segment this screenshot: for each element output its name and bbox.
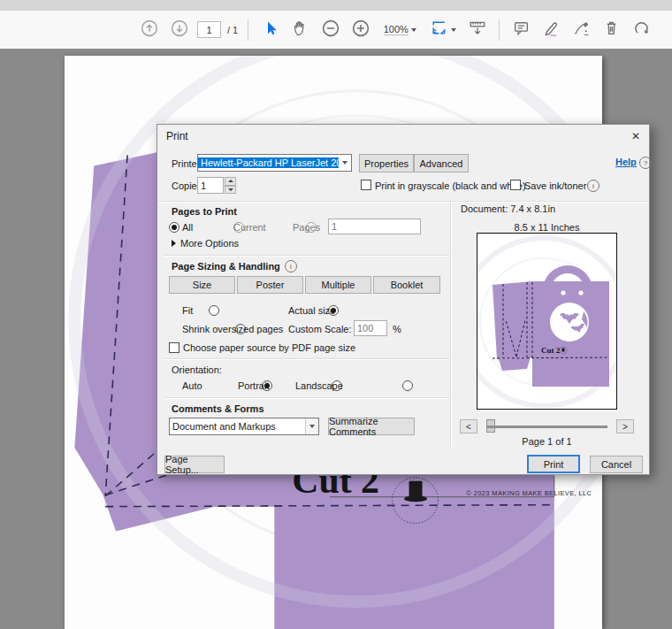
print-dialog: Print ✕ Printer: Hewlett-Packard HP Lase… [157, 124, 650, 475]
next-arrow-label: > [622, 422, 628, 432]
actual-size-label: Actual size [288, 305, 335, 316]
save-ink-label: Save ink/toner [524, 180, 586, 191]
toolbar-divider [499, 19, 500, 41]
next-page-button[interactable] [167, 17, 191, 43]
preview-artwork: Cut 2 [477, 234, 615, 408]
booklet-button[interactable]: Booklet [373, 276, 440, 294]
properties-button[interactable]: Properties [359, 154, 414, 173]
paper-source-checkbox[interactable] [169, 342, 179, 353]
cancel-button[interactable]: Cancel [590, 456, 643, 473]
printer-select[interactable]: Hewlett-Packard HP LaserJet 200 colorMFP… [197, 154, 352, 172]
page-fit-dropdown[interactable] [427, 17, 459, 43]
comments-forms-heading: Comments & Forms [172, 403, 264, 414]
highlighter-pen-icon [542, 19, 561, 41]
chevron-down-icon [339, 155, 351, 171]
orientation-auto-label: Auto [182, 380, 202, 391]
info-icon[interactable]: i [285, 260, 297, 272]
minus-circle-icon [321, 19, 340, 42]
document-copyright: © 2023 MAKING MAKE BELIEVE, LLC [466, 489, 592, 497]
pages-all-radio[interactable] [169, 222, 179, 233]
rotate-page-button[interactable] [630, 17, 653, 43]
zoom-level-dropdown[interactable]: 100% [378, 17, 421, 43]
pages-range-input[interactable]: 1 [328, 219, 421, 234]
paper-size-label: 8.5 x 11 Inches [477, 222, 617, 233]
save-ink-checkbox[interactable] [510, 180, 521, 190]
arrow-down-circle-icon [170, 19, 189, 42]
help-question-icon[interactable]: ? [639, 157, 652, 169]
preview-page-info: Page 1 of 1 [477, 436, 617, 447]
scroll-mode-button[interactable] [465, 17, 489, 43]
custom-scale-label: Custom Scale: [288, 324, 352, 334]
grayscale-label: Print in grayscale (black and white) [375, 180, 526, 191]
custom-scale-value: 100 [357, 323, 373, 334]
section-divider [164, 358, 449, 360]
pages-current-label: Current [233, 222, 266, 233]
copies-stepper[interactable] [225, 177, 236, 194]
trash-icon [602, 19, 621, 41]
stepper-down-icon[interactable] [225, 186, 236, 195]
chevron-down-icon [305, 418, 318, 434]
multiple-label: Multiple [322, 280, 355, 290]
pages-pages-label: Pages [293, 222, 320, 233]
document-size-label: Document: 7.4 x 8.1in [461, 203, 555, 214]
help-link[interactable]: Help [615, 157, 637, 167]
comment-bubble-icon [512, 19, 531, 41]
arrow-up-circle-icon [140, 19, 159, 42]
toolbar-divider [248, 19, 248, 41]
size-button[interactable]: Size [169, 276, 235, 294]
comments-forms-select[interactable]: Document and Markups [169, 418, 319, 435]
delete-page-button[interactable] [599, 17, 623, 43]
dialog-title: Print [166, 130, 188, 142]
pages-all-label: All [182, 222, 193, 233]
page-fit-icon [430, 19, 448, 41]
select-tool-button[interactable] [258, 17, 282, 43]
previous-page-button[interactable] [137, 17, 161, 43]
column-divider [450, 202, 452, 448]
stepper-up-icon[interactable] [225, 177, 236, 186]
close-icon[interactable]: ✕ [628, 128, 644, 144]
multiple-button[interactable]: Multiple [305, 276, 371, 294]
highlight-tool-button[interactable] [539, 17, 563, 43]
printer-value: Hewlett-Packard HP LaserJet 200 colorMFP… [198, 157, 339, 168]
comments-forms-value: Document and Markups [170, 421, 305, 432]
page-setup-button[interactable]: Page Setup... [164, 456, 225, 473]
page-sizing-heading: Page Sizing & Handling [172, 261, 280, 272]
preview-slider-track[interactable] [486, 426, 607, 428]
more-options-toggle[interactable]: More Options [172, 238, 239, 249]
info-icon[interactable]: i [587, 180, 599, 192]
copies-input[interactable]: 1 [197, 177, 224, 194]
sign-pen-icon [572, 19, 591, 41]
orientation-landscape-radio[interactable] [402, 380, 413, 391]
custom-scale-input[interactable]: 100 [354, 320, 387, 336]
summarize-comments-label: Summarize Comments [329, 416, 414, 437]
grayscale-checkbox[interactable] [361, 180, 371, 190]
acrobat-window: 1 / 1 [0, 0, 672, 629]
rotate-icon [632, 19, 651, 41]
paper-source-label: Choose paper source by PDF page size [183, 342, 355, 353]
advanced-button[interactable]: Advanced [414, 154, 469, 173]
hand-icon [291, 19, 309, 41]
summarize-comments-button[interactable]: Summarize Comments [328, 418, 415, 435]
zoom-out-button[interactable] [318, 17, 342, 43]
chevron-down-icon [411, 28, 416, 32]
poster-label: Poster [256, 280, 285, 290]
zoom-level-value: 100% [384, 24, 409, 35]
cursor-icon [262, 19, 279, 41]
orientation-landscape-label: Landscape [295, 380, 343, 391]
pages-to-print-heading: Pages to Print [172, 206, 237, 217]
size-label: Size [193, 280, 211, 290]
comment-tool-button[interactable] [509, 17, 533, 43]
hand-tool-button[interactable] [288, 17, 312, 43]
print-preview: Cut 2 [477, 233, 617, 410]
print-button[interactable]: Print [527, 455, 580, 473]
preview-cut-label: Cut 2 [541, 346, 561, 355]
preview-next-button[interactable]: > [616, 419, 634, 433]
fit-radio[interactable] [209, 305, 219, 316]
preview-prev-button[interactable]: < [460, 419, 477, 433]
poster-button[interactable]: Poster [237, 276, 303, 294]
prev-arrow-label: < [466, 422, 471, 432]
page-number-input[interactable]: 1 [197, 21, 221, 38]
zoom-in-button[interactable] [348, 17, 372, 43]
booklet-label: Booklet [391, 280, 424, 290]
fill-sign-button[interactable] [569, 17, 593, 43]
